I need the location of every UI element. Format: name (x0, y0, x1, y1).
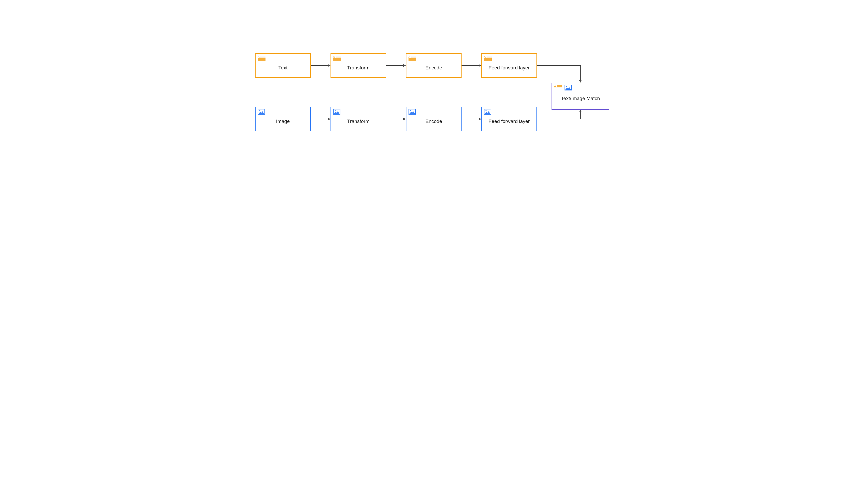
svg-point-33 (259, 110, 260, 111)
node-label: Text (279, 65, 288, 71)
node-label: Transform (347, 65, 370, 71)
text-lines-icon: A (333, 55, 341, 62)
svg-text:A: A (408, 55, 410, 58)
node-image-feed-forward: Feed forward layer (481, 107, 537, 131)
node-image-input: Image (255, 107, 311, 131)
image-icon (408, 109, 416, 115)
svg-text:A: A (333, 55, 335, 58)
image-icon (333, 109, 340, 115)
node-label: Feed forward layer (489, 65, 530, 71)
diagram-canvas: A Text A Transform A Encode A Feed forwa… (247, 0, 621, 209)
svg-marker-49 (403, 118, 406, 120)
svg-point-35 (335, 110, 336, 111)
node-text-transform: A Transform (331, 53, 386, 78)
svg-text:A: A (484, 55, 486, 58)
node-text-encode: A Encode (406, 53, 462, 78)
svg-point-31 (566, 86, 567, 87)
arrow-text-input-to-transform (311, 64, 331, 67)
node-output-match: A Text/Image Match (552, 83, 609, 110)
node-label: Transform (347, 119, 370, 124)
arrow-image-encode-to-ff (462, 118, 481, 121)
image-icon (258, 109, 265, 115)
svg-point-39 (486, 110, 487, 111)
arrow-image-input-to-transform (311, 118, 331, 121)
node-image-encode: Encode (406, 107, 462, 131)
node-text-input: A Text (255, 53, 311, 78)
image-icon (564, 85, 572, 91)
arrow-image-ff-to-match (537, 108, 584, 121)
node-label: Text/Image Match (561, 96, 600, 101)
arrow-text-transform-to-encode (386, 64, 406, 67)
text-lines-icon: A (258, 55, 266, 62)
svg-marker-43 (403, 64, 406, 67)
node-label: Encode (426, 65, 442, 71)
arrow-text-encode-to-ff (462, 64, 481, 67)
svg-marker-52 (579, 80, 582, 83)
svg-marker-45 (479, 64, 481, 67)
node-label: Encode (426, 119, 442, 124)
node-text-feed-forward: A Feed forward layer (481, 53, 537, 78)
arrow-image-transform-to-encode (386, 118, 406, 121)
svg-text:A: A (258, 55, 259, 58)
text-lines-icon: A (408, 55, 417, 62)
image-icon (484, 109, 491, 115)
svg-text:A: A (554, 85, 556, 88)
arrow-text-ff-to-match (537, 64, 584, 85)
svg-point-37 (410, 110, 411, 111)
node-label: Image (276, 119, 290, 124)
node-label: Feed forward layer (489, 119, 530, 124)
node-image-transform: Transform (331, 107, 386, 131)
icon-pair: A (554, 85, 572, 91)
text-lines-icon: A (554, 85, 562, 91)
text-lines-icon: A (484, 55, 492, 62)
svg-marker-47 (328, 118, 331, 120)
svg-marker-51 (479, 118, 481, 120)
svg-marker-53 (579, 110, 582, 112)
svg-marker-41 (328, 64, 331, 67)
